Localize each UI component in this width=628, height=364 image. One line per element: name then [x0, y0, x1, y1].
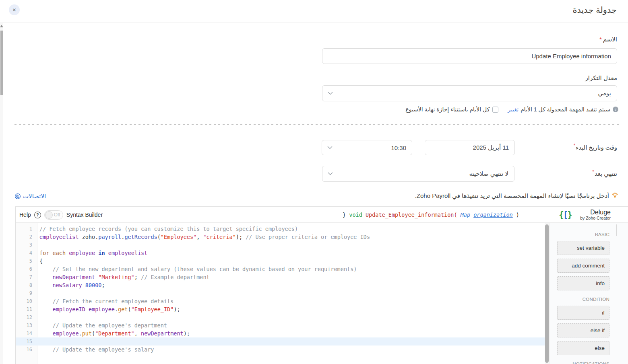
- required-asterisk: *: [574, 143, 576, 148]
- line-number: 3: [16, 241, 37, 249]
- brand-name: Deluge: [580, 209, 611, 216]
- palette-button-info[interactable]: info: [557, 276, 609, 290]
- new-schedule-dialog: جدولة جديدة الاسم* Update Employee infor…: [0, 0, 628, 364]
- connections-link[interactable]: الاتصالات: [14, 193, 46, 200]
- palette-button-else-if[interactable]: else if: [557, 323, 609, 337]
- name-label: الاسم*: [599, 36, 617, 43]
- connections-icon: [14, 193, 21, 199]
- scroll-up-arrow-icon[interactable]: [0, 25, 3, 27]
- ends-select[interactable]: لا تنتهي صلاحيته: [322, 166, 514, 182]
- line-number: 1: [16, 225, 37, 233]
- code-line[interactable]: 2employeelist zoho.payroll.getRecords("E…: [16, 233, 545, 241]
- vertical-divider: [503, 106, 503, 113]
- syntax-builder-label: Syntax Builder: [66, 212, 103, 218]
- code-line[interactable]: 12: [16, 313, 545, 321]
- toggle-knob: [45, 211, 53, 219]
- required-asterisk: *: [599, 36, 602, 43]
- line-number: 5: [16, 257, 37, 265]
- start-date-value: 11 أبريل 2025: [473, 144, 514, 151]
- palette-section-title: BASIC: [557, 232, 609, 237]
- close-button[interactable]: [9, 4, 20, 15]
- code-line[interactable]: 5{: [16, 257, 545, 265]
- editor-body: 1// Fetch employee records (you can cust…: [16, 223, 628, 364]
- editor-scrollbar[interactable]: [545, 223, 549, 364]
- signature-param-link[interactable]: organization: [473, 212, 513, 218]
- change-link[interactable]: تغيير: [508, 106, 519, 113]
- palette-button-set-variable[interactable]: set variable: [557, 241, 609, 255]
- dialog-header: جدولة جديدة: [0, 0, 628, 23]
- repeat-select[interactable]: يومي: [322, 85, 617, 101]
- start-date-input[interactable]: 11 أبريل 2025: [425, 140, 515, 155]
- repeat-label: معدل التكرار: [585, 74, 617, 82]
- palette-section-title: NOTIFICATIONS: [557, 362, 609, 364]
- page-title: جدولة جديدة: [572, 5, 617, 15]
- line-number: 16: [16, 345, 37, 354]
- line-number: 6: [16, 265, 37, 273]
- code-line[interactable]: 1// Fetch employee records (you can cust…: [16, 225, 545, 233]
- line-number: 7: [16, 273, 37, 281]
- function-signature: } void Update_Employee_information( Map …: [343, 207, 519, 223]
- syntax-palette: BASICset variableadd commentinfoCONDITIO…: [550, 223, 628, 364]
- line-number: 4: [16, 249, 37, 257]
- palette-sections: BASICset variableadd commentinfoCONDITIO…: [557, 232, 609, 364]
- code-line[interactable]: 9: [16, 289, 545, 297]
- code-line[interactable]: 7 newDepartment "Marketing"; // Example …: [16, 273, 545, 281]
- repeat-info-text: سيتم تنفيذ المهمة المجدولة كل 1 الأيام: [521, 106, 610, 113]
- help-question-icon[interactable]: [34, 212, 41, 218]
- required-asterisk: *: [592, 169, 594, 175]
- line-number: 9: [16, 289, 37, 297]
- ends-label: تنتهي بعد*: [592, 169, 617, 177]
- editor-header: Help Off Syntax Builder } void Update_Em…: [16, 207, 628, 223]
- code-line[interactable]: 11 employeeID employee.get("Employee_ID"…: [16, 305, 545, 313]
- lightbulb-icon: [611, 192, 618, 200]
- line-number: 2: [16, 233, 37, 241]
- line-number: 14: [16, 329, 37, 337]
- repeat-info-row: سيتم تنفيذ المهمة المجدولة كل 1 الأيام ت…: [405, 105, 618, 114]
- code-line[interactable]: 4for each employee in employeelist: [16, 249, 545, 257]
- code-line[interactable]: 13 // Update the employee's department: [16, 321, 545, 329]
- deluge-logo-icon: [559, 210, 572, 220]
- deluge-editor-panel: Help Off Syntax Builder } void Update_Em…: [15, 206, 628, 364]
- line-number: 12: [16, 313, 37, 321]
- chevron-down-icon: [327, 146, 333, 149]
- code-line[interactable]: 16 // Update the employee's salary: [16, 345, 545, 354]
- connections-label: الاتصالات: [23, 193, 46, 200]
- code-line[interactable]: 10 // Fetch the current employee details: [16, 297, 545, 305]
- page-scrollbar[interactable]: [0, 23, 3, 364]
- start-time-select[interactable]: 10:30: [322, 140, 412, 155]
- code-line[interactable]: 15: [16, 337, 545, 345]
- code-line[interactable]: 6 // Set the new department and salary (…: [16, 265, 545, 273]
- deluge-brand: Deluge by Zoho Creator: [580, 209, 611, 220]
- code-lines[interactable]: 1// Fetch employee records (you can cust…: [16, 225, 545, 354]
- page-scrollbar-thumb[interactable]: [0, 31, 3, 95]
- info-icon: [613, 107, 618, 112]
- name-value: Update Employee information: [531, 53, 617, 60]
- code-line[interactable]: 8 newSalary 80000;: [16, 281, 545, 289]
- palette-button-else[interactable]: else: [557, 341, 609, 355]
- editor-scrollbar-thumb[interactable]: [545, 224, 549, 363]
- start-time-value: 10:30: [391, 144, 412, 151]
- repeat-value: يومي: [598, 90, 617, 97]
- script-hint-text: أدخل برنامجًا نصيًا لإنشاء المهمة المخصص…: [415, 192, 609, 199]
- toggle-state-label: Off: [54, 212, 60, 218]
- start-label: وقت وتاريخ البدء*: [574, 143, 617, 151]
- name-input[interactable]: Update Employee information: [322, 48, 617, 64]
- chevron-down-icon: [328, 92, 333, 95]
- ends-value: لا تنتهي صلاحيته: [469, 170, 514, 177]
- code-line[interactable]: 3: [16, 241, 545, 249]
- section-divider: [14, 124, 621, 125]
- line-number: 8: [16, 281, 37, 289]
- help-label: Help: [19, 212, 31, 218]
- help-toggle[interactable]: Off: [44, 210, 63, 220]
- exclude-weekend-label: كل الأيام باستثناء إجازة نهاية الأسبوع: [405, 106, 490, 113]
- palette-button-add-comment[interactable]: add comment: [557, 259, 609, 273]
- exclude-weekend-checkbox[interactable]: [492, 107, 498, 113]
- code-line[interactable]: 14 employee.put("Department", newDepartm…: [16, 329, 545, 337]
- palette-section-title: CONDITION: [557, 297, 609, 302]
- palette-button-if[interactable]: if: [557, 306, 609, 320]
- script-hint-row: أدخل برنامجًا نصيًا لإنشاء المهمة المخصص…: [415, 192, 618, 200]
- brand-byline: by Zoho Creator: [580, 216, 611, 220]
- line-number: 11: [16, 305, 37, 313]
- line-number: 10: [16, 297, 37, 305]
- palette-scrollbar-thumb[interactable]: [616, 224, 617, 236]
